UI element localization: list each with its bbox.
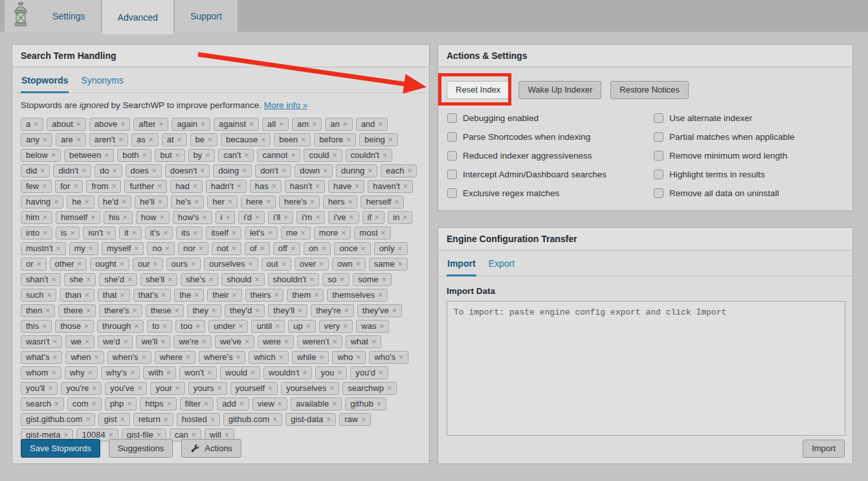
remove-stopword-icon[interactable]: × bbox=[298, 306, 302, 316]
remove-stopword-icon[interactable]: × bbox=[208, 274, 213, 285]
remove-stopword-icon[interactable]: × bbox=[368, 166, 372, 176]
remove-stopword-icon[interactable]: × bbox=[157, 181, 162, 192]
remove-stopword-icon[interactable]: × bbox=[282, 166, 286, 176]
remove-stopword-icon[interactable]: × bbox=[346, 135, 351, 145]
remove-stopword-icon[interactable]: × bbox=[315, 212, 320, 223]
remove-stopword-icon[interactable]: × bbox=[54, 399, 59, 409]
checkbox[interactable] bbox=[447, 151, 457, 161]
remove-stopword-icon[interactable]: × bbox=[225, 212, 230, 223]
remove-stopword-icon[interactable]: × bbox=[202, 337, 206, 347]
remove-stopword-icon[interactable]: × bbox=[86, 306, 91, 316]
remove-stopword-icon[interactable]: × bbox=[142, 352, 146, 363]
remove-stopword-icon[interactable]: × bbox=[255, 306, 260, 316]
remove-stopword-icon[interactable]: × bbox=[261, 135, 265, 145]
remove-stopword-icon[interactable]: × bbox=[160, 212, 164, 223]
remove-stopword-icon[interactable]: × bbox=[142, 150, 146, 161]
remove-stopword-icon[interactable]: × bbox=[158, 197, 162, 207]
remove-stopword-icon[interactable]: × bbox=[85, 337, 89, 347]
remove-stopword-icon[interactable]: × bbox=[134, 321, 139, 331]
remove-stopword-icon[interactable]: × bbox=[379, 321, 384, 331]
save-stopwords-button[interactable]: Save Stopwords bbox=[21, 439, 100, 458]
remove-stopword-icon[interactable]: × bbox=[333, 150, 337, 161]
more-info-link[interactable]: More info » bbox=[264, 100, 308, 110]
remove-stopword-icon[interactable]: × bbox=[340, 274, 344, 285]
remove-stopword-icon[interactable]: × bbox=[120, 414, 125, 425]
remove-stopword-icon[interactable]: × bbox=[372, 337, 376, 347]
remove-stopword-icon[interactable]: × bbox=[383, 150, 387, 161]
remove-stopword-icon[interactable]: × bbox=[399, 352, 403, 363]
checkbox[interactable] bbox=[447, 170, 457, 179]
remove-stopword-icon[interactable]: × bbox=[204, 399, 208, 409]
suggestions-button[interactable]: Suggestions bbox=[109, 439, 173, 458]
remove-stopword-icon[interactable]: × bbox=[159, 119, 163, 129]
remove-stopword-icon[interactable]: × bbox=[152, 166, 157, 176]
remove-stopword-icon[interactable]: × bbox=[398, 243, 403, 254]
actions-button[interactable]: Actions bbox=[181, 439, 241, 458]
remove-stopword-icon[interactable]: × bbox=[394, 197, 399, 207]
remove-stopword-icon[interactable]: × bbox=[237, 181, 241, 192]
checkbox[interactable] bbox=[654, 170, 663, 179]
remove-stopword-icon[interactable]: × bbox=[51, 150, 56, 161]
remove-stopword-icon[interactable]: × bbox=[350, 212, 354, 223]
remove-stopword-icon[interactable]: × bbox=[381, 228, 386, 238]
remove-stopword-icon[interactable]: × bbox=[162, 321, 167, 331]
remove-stopword-icon[interactable]: × bbox=[73, 181, 78, 192]
remove-stopword-icon[interactable]: × bbox=[120, 259, 124, 269]
remove-stopword-icon[interactable]: × bbox=[217, 383, 222, 394]
restore-notices-button[interactable]: Restore Notices bbox=[610, 81, 688, 99]
remove-stopword-icon[interactable]: × bbox=[249, 119, 254, 129]
remove-stopword-icon[interactable]: × bbox=[85, 290, 89, 300]
checkbox[interactable] bbox=[447, 132, 457, 142]
remove-stopword-icon[interactable]: × bbox=[127, 399, 131, 409]
remove-stopword-icon[interactable]: × bbox=[161, 337, 165, 347]
remove-stopword-icon[interactable]: × bbox=[167, 399, 172, 409]
remove-stopword-icon[interactable]: × bbox=[193, 228, 197, 238]
remove-stopword-icon[interactable]: × bbox=[164, 414, 168, 425]
remove-stopword-icon[interactable]: × bbox=[403, 181, 408, 192]
remove-stopword-icon[interactable]: × bbox=[343, 119, 348, 129]
remove-stopword-icon[interactable]: × bbox=[52, 337, 57, 347]
remove-stopword-icon[interactable]: × bbox=[52, 368, 56, 378]
remove-stopword-icon[interactable]: × bbox=[239, 399, 244, 409]
remove-stopword-icon[interactable]: × bbox=[113, 166, 117, 176]
import-button[interactable]: Import bbox=[803, 440, 845, 458]
remove-stopword-icon[interactable]: × bbox=[361, 414, 366, 425]
remove-stopword-icon[interactable]: × bbox=[191, 259, 195, 269]
remove-stopword-icon[interactable]: × bbox=[279, 119, 284, 129]
checkbox[interactable] bbox=[447, 188, 457, 198]
remove-stopword-icon[interactable]: × bbox=[323, 166, 328, 176]
remove-stopword-icon[interactable]: × bbox=[168, 274, 172, 285]
remove-stopword-icon[interactable]: × bbox=[312, 119, 317, 129]
remove-stopword-icon[interactable]: × bbox=[42, 181, 47, 192]
remove-stopword-icon[interactable]: × bbox=[51, 274, 56, 285]
remove-stopword-icon[interactable]: × bbox=[255, 212, 260, 223]
remove-stopword-icon[interactable]: × bbox=[284, 337, 289, 347]
remove-stopword-icon[interactable]: × bbox=[228, 197, 232, 207]
remove-stopword-icon[interactable]: × bbox=[268, 383, 273, 394]
remove-stopword-icon[interactable]: × bbox=[120, 290, 125, 300]
remove-stopword-icon[interactable]: × bbox=[76, 135, 81, 145]
remove-stopword-icon[interactable]: × bbox=[291, 243, 295, 254]
remove-stopword-icon[interactable]: × bbox=[42, 321, 47, 331]
remove-stopword-icon[interactable]: × bbox=[175, 150, 180, 161]
remove-stopword-icon[interactable]: × bbox=[92, 383, 96, 394]
remove-stopword-icon[interactable]: × bbox=[165, 243, 170, 254]
remove-stopword-icon[interactable]: × bbox=[194, 197, 199, 207]
remove-stopword-icon[interactable]: × bbox=[37, 259, 41, 269]
remove-stopword-icon[interactable]: × bbox=[329, 383, 334, 394]
remove-stopword-icon[interactable]: × bbox=[52, 352, 57, 363]
remove-stopword-icon[interactable]: × bbox=[43, 135, 47, 145]
remove-stopword-icon[interactable]: × bbox=[301, 228, 306, 238]
remove-stopword-icon[interactable]: × bbox=[255, 274, 260, 285]
import-data-textarea[interactable] bbox=[447, 301, 845, 436]
remove-stopword-icon[interactable]: × bbox=[403, 212, 407, 223]
remove-stopword-icon[interactable]: × bbox=[120, 119, 125, 129]
remove-stopword-icon[interactable]: × bbox=[111, 181, 116, 192]
remove-stopword-icon[interactable]: × bbox=[268, 228, 273, 238]
remove-stopword-icon[interactable]: × bbox=[377, 399, 381, 409]
remove-stopword-icon[interactable]: × bbox=[244, 150, 249, 161]
remove-stopword-icon[interactable]: × bbox=[149, 135, 153, 145]
remove-stopword-icon[interactable]: × bbox=[40, 166, 45, 176]
remove-stopword-icon[interactable]: × bbox=[282, 259, 286, 269]
remove-stopword-icon[interactable]: × bbox=[128, 274, 132, 285]
